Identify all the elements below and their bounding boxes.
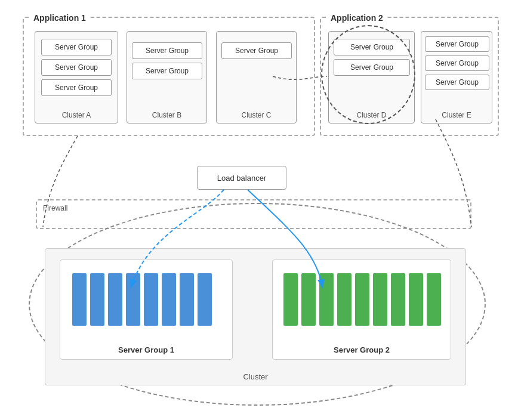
diagram: { "app1": { "label": "Application 1", "c… [0, 0, 518, 420]
cluster-a-box: Server Group Server Group Server Group C… [35, 31, 118, 123]
sg1-label: Server Group 1 [60, 345, 232, 354]
sg-a3: Server Group [41, 79, 112, 96]
load-balancer-box: Load balancer [197, 166, 286, 190]
sg-a1: Server Group [41, 39, 112, 55]
sg2-label: Server Group 2 [273, 345, 451, 354]
sg-e1: Server Group [425, 36, 489, 52]
app1-container: Application 1 Server Group Server Group … [23, 17, 315, 136]
cluster-e-label: Cluster E [421, 111, 492, 119]
sg2-panel: Server Group 2 [272, 260, 451, 360]
cluster-c-label: Cluster C [217, 111, 296, 119]
cluster-e-box: Server Group Server Group Server Group C… [421, 31, 492, 123]
firewall-label: Firewall [43, 204, 67, 212]
cluster-a-label: Cluster A [35, 111, 118, 119]
cluster-c-box: Server Group Cluster C [216, 31, 297, 123]
bottom-cluster-box: Cluster Server Group 1 Serve [45, 248, 466, 385]
cluster-d-highlight [321, 25, 415, 124]
sg-e2: Server Group [425, 55, 489, 71]
load-balancer-label: Load balancer [217, 174, 266, 183]
sg1-panel: Server Group 1 [60, 260, 233, 360]
cluster-b-label: Cluster B [127, 111, 206, 119]
sg-b2: Server Group [132, 63, 202, 79]
app1-label: Application 1 [31, 13, 88, 23]
cluster-b-box: Server Group Server Group Cluster B [127, 31, 207, 123]
sg-a2: Server Group [41, 59, 112, 76]
app2-label: Application 2 [328, 13, 386, 23]
bottom-cluster-label: Cluster [45, 372, 465, 381]
sg-b1: Server Group [132, 42, 202, 59]
sg-c1: Server Group [221, 42, 292, 59]
sg-e3: Server Group [425, 75, 489, 90]
